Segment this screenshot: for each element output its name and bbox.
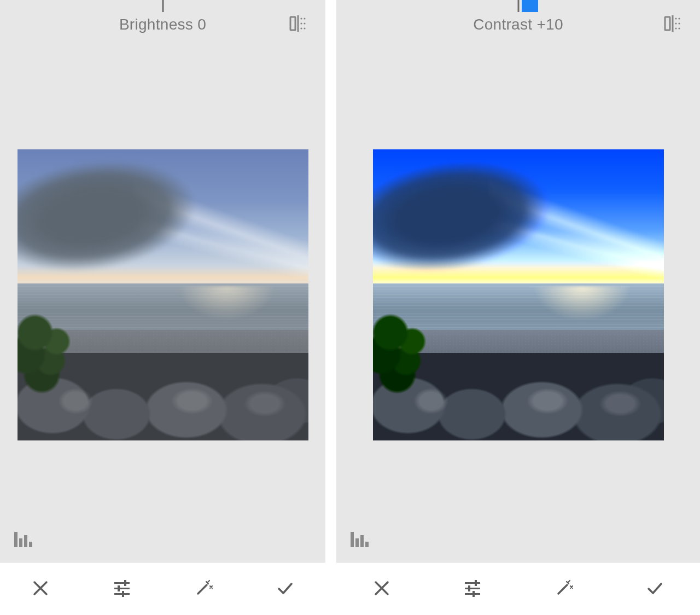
compare-icon [663,14,682,35]
sliders-icon [112,578,132,600]
auto-enhance-button[interactable] [190,576,217,603]
svg-point-2 [300,18,302,19]
svg-rect-30 [465,582,480,584]
image-canvas[interactable] [336,49,700,562]
auto-enhance-button[interactable] [550,576,578,603]
svg-rect-35 [472,591,475,597]
svg-rect-13 [124,580,126,586]
svg-rect-27 [355,538,359,547]
cancel-button[interactable] [27,576,54,603]
histogram-button[interactable] [12,527,34,549]
check-icon [275,578,295,600]
svg-point-5 [304,22,305,24]
close-icon [31,578,50,600]
svg-rect-31 [475,580,477,586]
editor-panel-right: Contrast +10 [336,0,700,615]
compare-button[interactable] [287,14,309,36]
adjustment-label: Contrast +10 [473,16,563,33]
svg-point-20 [675,18,676,19]
svg-rect-10 [24,535,27,547]
svg-rect-0 [290,17,295,30]
bottom-toolbar [0,562,325,615]
svg-rect-32 [465,588,480,589]
compare-icon [289,14,307,35]
image-canvas[interactable] [0,49,325,562]
svg-point-6 [300,27,302,29]
preview-image [373,149,664,440]
svg-point-21 [678,18,680,19]
slider-thumb[interactable] [522,0,538,12]
svg-rect-14 [114,588,130,589]
apply-button[interactable] [271,576,299,603]
top-bar: Contrast +10 [336,0,700,49]
histogram-button[interactable] [348,527,370,549]
svg-rect-17 [122,591,124,597]
adjustment-label: Brightness 0 [119,16,206,33]
svg-rect-15 [118,585,120,591]
slider-center-tick[interactable] [162,0,164,12]
apply-button[interactable] [641,576,668,603]
svg-point-7 [304,27,305,29]
panel-divider [325,0,336,615]
cancel-button[interactable] [368,576,395,603]
svg-point-22 [675,22,676,24]
svg-rect-11 [29,542,32,547]
svg-point-4 [300,22,302,24]
svg-rect-29 [365,542,369,547]
check-icon [645,578,664,600]
adjust-button[interactable] [108,576,136,603]
svg-rect-33 [468,585,470,591]
slider-center-tick[interactable] [517,0,519,12]
svg-rect-26 [351,532,354,547]
svg-rect-28 [360,535,364,547]
adjust-button[interactable] [459,576,486,603]
sliders-icon [463,578,482,600]
svg-point-3 [304,18,305,19]
svg-rect-9 [19,538,22,547]
svg-point-23 [678,22,680,24]
svg-rect-18 [665,17,670,30]
wand-icon [194,578,213,600]
histogram-icon [350,531,369,549]
bottom-toolbar [336,562,700,615]
preview-image [18,149,308,440]
wand-icon [554,578,574,600]
svg-rect-12 [114,582,130,584]
compare-button[interactable] [662,14,684,36]
svg-point-25 [678,27,680,29]
svg-rect-8 [14,532,18,547]
svg-point-24 [675,27,676,29]
close-icon [372,578,392,600]
editor-panel-left: Brightness 0 [0,0,325,615]
histogram-icon [14,531,32,549]
top-bar: Brightness 0 [0,0,325,49]
